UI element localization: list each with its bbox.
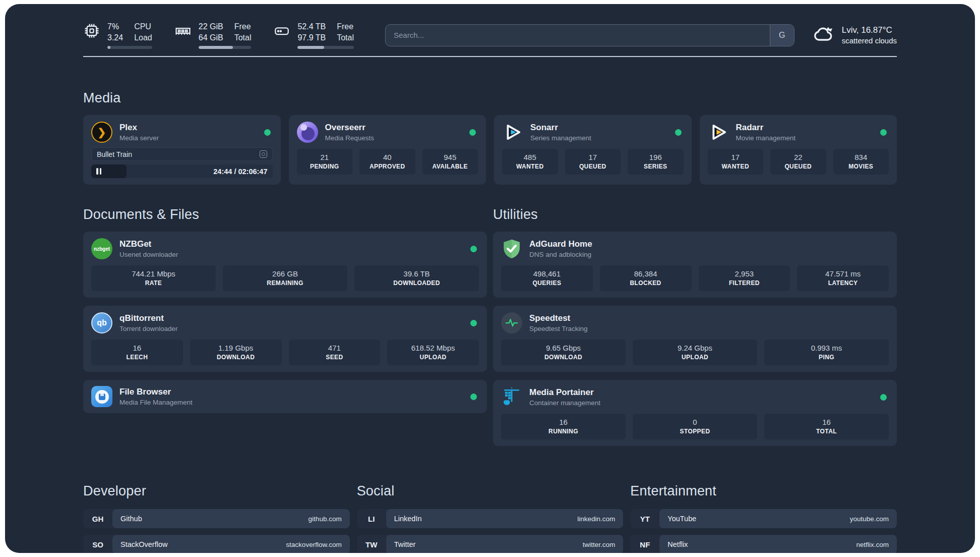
stat-label: RUNNING <box>504 428 623 435</box>
link-abbr: YT <box>630 509 659 528</box>
stat-tile: 945 AVAILABLE <box>422 149 478 175</box>
link-row-linkedin[interactable]: LI LinkedIn linkedin.com <box>357 509 624 528</box>
link-url: linkedin.com <box>577 515 615 523</box>
app-card-adguard[interactable]: AdGuard Home DNS and adblocking 498,461 … <box>493 232 897 298</box>
filebrowser-icon <box>91 386 112 407</box>
stat-label: FILTERED <box>702 280 787 287</box>
search-input[interactable] <box>386 25 770 46</box>
cpu-load-value: 3.24 <box>107 32 123 43</box>
link-abbr: NF <box>630 535 659 553</box>
link-row-stackoverflow[interactable]: SO StackOverflow stackoverflow.com <box>83 535 350 553</box>
stat-label: AVAILABLE <box>425 163 475 170</box>
app-desc: Series management <box>530 134 675 142</box>
stat-tile: 0.993 ms PING <box>764 340 889 365</box>
stat-label: QUEUED <box>568 163 618 170</box>
app-card-filebrowser[interactable]: File Browser Media File Management <box>83 380 487 413</box>
stat-value: 744.21 Mbps <box>94 269 213 278</box>
app-card-sonarr[interactable]: Sonarr Series management 485 WANTED 17 Q… <box>494 115 692 185</box>
pause-button[interactable] <box>96 168 101 175</box>
link-name: YouTube <box>667 515 696 523</box>
stat-label: PING <box>767 354 886 361</box>
disk-free-value: 52.4 TB <box>297 21 326 32</box>
app-name: Radarr <box>736 123 881 133</box>
app-card-overseerr[interactable]: Overseerr Media Requests 21 PENDING 40 A… <box>289 115 486 185</box>
stat-value: 471 <box>292 344 378 352</box>
status-dot <box>469 129 476 136</box>
radarr-icon <box>708 122 729 143</box>
stat-tile: 86,384 BLOCKED <box>600 265 692 291</box>
app-card-speedtest[interactable]: Speedtest Speedtest Tracking 9.65 Gbps D… <box>493 306 897 372</box>
stat-value: 17 <box>711 153 761 161</box>
search-engine-button[interactable]: G <box>770 25 794 46</box>
app-card-nzbget[interactable]: nzbget NZBGet Usenet downloader 744.21 M… <box>83 232 487 298</box>
stat-tile: 22 QUEUED <box>770 149 826 175</box>
app-desc: Speedtest Tracking <box>529 325 889 332</box>
stat-tile: 9.24 Gbps UPLOAD <box>633 340 757 365</box>
stat-tile: 2,953 FILTERED <box>699 265 790 291</box>
link-url: netflix.com <box>856 541 889 548</box>
link-name: StackOverflow <box>120 540 167 548</box>
status-dot <box>470 246 477 252</box>
app-card-portainer[interactable]: Media Portainer Container management 16 … <box>493 380 897 446</box>
app-desc: Usenet downloader <box>119 251 470 258</box>
section-title-documents: Documents & Files <box>83 207 487 222</box>
stat-value: 266 GB <box>226 269 344 278</box>
app-name: File Browser <box>119 387 470 397</box>
overseerr-icon <box>297 122 318 143</box>
stat-label: LATENCY <box>800 280 886 287</box>
disk-total-value: 97.9 TB <box>297 32 326 43</box>
stat-label: QUERIES <box>504 280 590 287</box>
app-desc: Container management <box>529 399 880 407</box>
link-url: twitter.com <box>583 541 616 548</box>
link-name: Netflix <box>667 540 688 548</box>
speedtest-pulse-icon <box>501 312 522 333</box>
link-abbr: GH <box>83 509 112 528</box>
link-abbr: TW <box>357 535 386 553</box>
stat-value: 485 <box>505 153 555 161</box>
cpu-percent: 7% <box>107 21 123 32</box>
playback-time: 24:44 / 02:06:47 <box>213 168 267 176</box>
now-playing-row: Bullet Train <box>91 147 273 161</box>
playback-progress-bar[interactable]: 24:44 / 02:06:47 <box>91 164 273 178</box>
weather-location: Lviv, 16.87°C <box>842 25 897 35</box>
app-name: Sonarr <box>530 123 675 133</box>
app-desc: Media File Management <box>119 399 470 406</box>
link-row-github[interactable]: GH Github github.com <box>83 509 350 528</box>
memory-icon <box>174 22 192 39</box>
stat-label: QUEUED <box>773 163 823 170</box>
stat-tile: 16 RUNNING <box>501 414 626 439</box>
stat-tile: 196 SERIES <box>628 149 684 175</box>
cpu-label: CPU <box>134 21 152 32</box>
app-desc: Media Requests <box>325 134 470 142</box>
status-dot <box>675 129 682 136</box>
search-bar: G <box>385 24 794 46</box>
stat-value: 945 <box>425 153 475 161</box>
now-playing-title: Bullet Train <box>97 150 132 158</box>
stat-label: BLOCKED <box>603 280 689 287</box>
link-row-youtube[interactable]: YT YouTube youtube.com <box>630 509 897 528</box>
stat-value: 17 <box>568 153 618 161</box>
cpu-usage-bar <box>107 46 152 49</box>
stat-value: 21 <box>300 153 350 161</box>
link-row-netflix[interactable]: NF Netflix netflix.com <box>630 535 897 553</box>
app-card-qbittorrent[interactable]: qb qBittorrent Torrent downloader 16 LEE… <box>83 306 487 372</box>
memory-stat: 22 GiB 64 GiB Free Total <box>174 21 252 49</box>
stat-label: PENDING <box>300 163 350 170</box>
qbittorrent-icon: qb <box>91 312 112 333</box>
ram-free-label: Free <box>234 21 252 32</box>
stat-tile: 21 PENDING <box>297 149 353 175</box>
documents-column: Documents & Files nzbget NZBGet Usenet d… <box>83 207 487 413</box>
status-dot <box>264 129 271 136</box>
stat-tile: 485 WANTED <box>502 149 558 175</box>
status-dot <box>470 320 477 326</box>
app-card-plex[interactable]: ❯ Plex Media server Bullet Train <box>83 115 281 185</box>
sonarr-icon <box>502 122 523 143</box>
stat-value: 9.24 Gbps <box>636 344 754 352</box>
stat-value: 0 <box>636 418 754 426</box>
app-card-radarr[interactable]: Radarr Movie management 17 WANTED 22 QUE… <box>700 115 897 185</box>
ram-total-value: 64 GiB <box>199 32 223 43</box>
cpu-load-label: Load <box>134 32 152 43</box>
app-name: NZBGet <box>119 239 470 249</box>
stat-tile: 17 QUEUED <box>565 149 621 175</box>
link-row-twitter[interactable]: TW Twitter twitter.com <box>357 535 624 553</box>
